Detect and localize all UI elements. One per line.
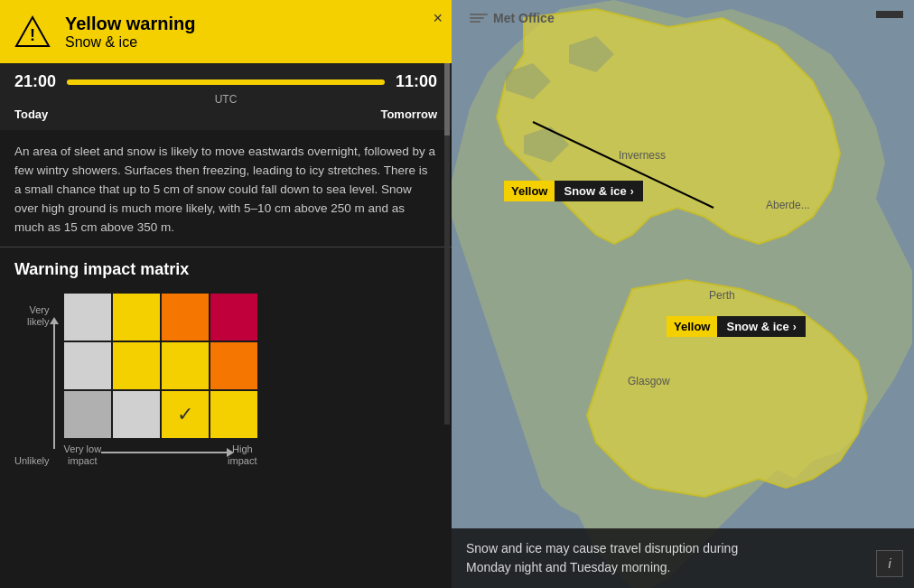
info-button[interactable]: i bbox=[876, 550, 903, 577]
cell-r1c3 bbox=[162, 294, 209, 341]
bottom-line-2: Monday night and Tuesday morning. bbox=[466, 558, 900, 577]
met-office-lines bbox=[470, 14, 488, 23]
warning-text-block: Yellow warning Snow & ice bbox=[65, 13, 441, 51]
cell-r3c1 bbox=[64, 391, 111, 438]
cell-r2c2 bbox=[113, 342, 160, 389]
warning-description: An area of sleet and snow is likely to m… bbox=[0, 130, 452, 247]
map-panel: Met Office Inverness Perth Glasgow Aberd… bbox=[452, 0, 914, 588]
scroll-indicator bbox=[444, 63, 450, 425]
matrix-container: Verylikely Unlikely bbox=[14, 294, 437, 467]
time-progress-bar bbox=[67, 79, 385, 85]
close-button[interactable]: × bbox=[433, 9, 443, 28]
perth-label: Perth bbox=[709, 289, 735, 302]
map-warning-label-1[interactable]: Yellow Snow & ice › bbox=[504, 181, 643, 201]
aberdeen-label: Aberde... bbox=[766, 199, 810, 211]
time-end: 11:00 bbox=[392, 72, 437, 91]
map-label-2-text: Snow & ice › bbox=[717, 316, 805, 337]
map-label-2-chevron: › bbox=[793, 321, 797, 333]
utc-label: UTC bbox=[215, 93, 238, 106]
bottom-line-1: Snow and ice may cause travel disruption… bbox=[466, 539, 900, 558]
bottom-info-bar: Snow and ice may cause travel disruption… bbox=[452, 528, 914, 588]
cell-r2c1 bbox=[64, 342, 111, 389]
glasgow-label: Glasgow bbox=[628, 375, 670, 387]
met-office-logo: Met Office bbox=[470, 11, 555, 25]
cell-r2c4 bbox=[210, 342, 257, 389]
cell-r3c3: ✓ bbox=[162, 391, 209, 438]
inverness-label: Inverness bbox=[619, 149, 666, 162]
impact-grid: ✓ bbox=[64, 294, 257, 438]
warning-icon: ! bbox=[11, 10, 54, 53]
cell-r1c2 bbox=[113, 294, 160, 341]
matrix-grid-wrapper: ✓ Very lowimpact Highimpact bbox=[64, 294, 257, 467]
left-panel: ! Yellow warning Snow & ice × 21:00 11:0… bbox=[0, 0, 452, 588]
cell-r3c4 bbox=[210, 391, 257, 438]
time-start: 21:00 bbox=[14, 72, 60, 91]
warning-header: ! Yellow warning Snow & ice × bbox=[0, 0, 452, 63]
map-warning-label-2[interactable]: Yellow Snow & ice › bbox=[667, 316, 806, 337]
scotland-map-svg bbox=[452, 0, 914, 588]
scroll-thumb[interactable] bbox=[444, 63, 450, 135]
day-end-label: Tomorrow bbox=[380, 107, 437, 121]
y-axis-arrow bbox=[53, 304, 55, 467]
cell-r1c1 bbox=[64, 294, 111, 341]
triangle-warning-icon: ! bbox=[14, 14, 51, 50]
impact-section: Warning impact matrix Verylikely Unlikel… bbox=[0, 247, 452, 480]
y-label-top: Verylikely bbox=[27, 304, 49, 328]
x-axis-arrow bbox=[101, 443, 228, 462]
map-label-1-chevron: › bbox=[630, 185, 634, 198]
warning-type: Snow & ice bbox=[65, 34, 441, 51]
cell-r3c2 bbox=[113, 391, 160, 438]
met-office-text: Met Office bbox=[493, 11, 555, 25]
warning-level: Yellow warning bbox=[65, 13, 441, 34]
map-label-1-text: Snow & ice › bbox=[555, 181, 642, 201]
map-label-2-yellow: Yellow bbox=[667, 316, 717, 337]
svg-text:!: ! bbox=[30, 26, 35, 44]
day-start-label: Today bbox=[14, 107, 48, 121]
x-axis: Very lowimpact Highimpact bbox=[64, 438, 257, 467]
cell-r1c4 bbox=[210, 294, 257, 341]
time-range: 21:00 11:00 UTC Today Tomorrow bbox=[0, 63, 452, 130]
y-label-bottom: Unlikely bbox=[14, 455, 50, 467]
x-label-left: Very lowimpact bbox=[64, 443, 102, 467]
cell-r2c3 bbox=[162, 342, 209, 389]
impact-title: Warning impact matrix bbox=[14, 260, 437, 279]
map-label-1-yellow: Yellow bbox=[504, 181, 555, 201]
zoom-control[interactable] bbox=[876, 11, 903, 18]
